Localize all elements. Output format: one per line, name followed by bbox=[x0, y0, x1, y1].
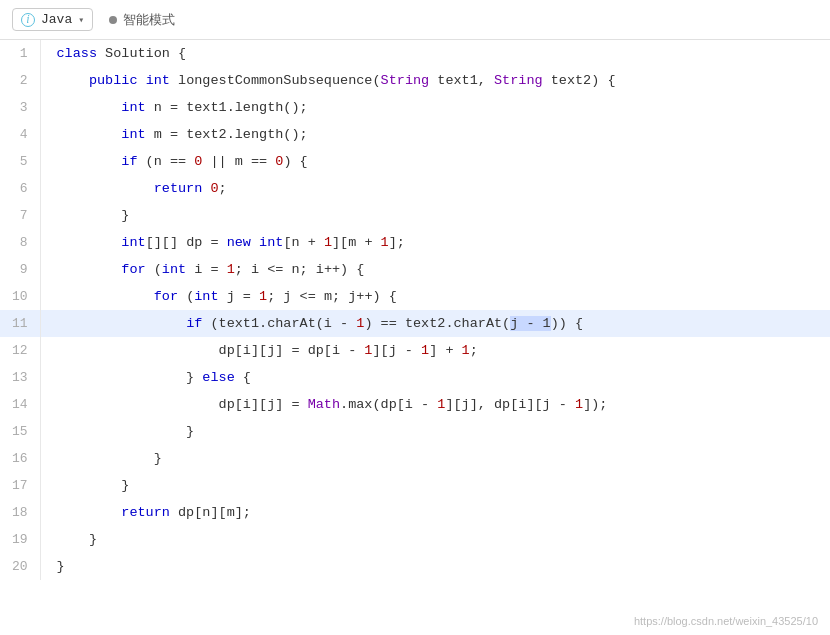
code-content[interactable]: return 0; bbox=[40, 175, 830, 202]
line-number: 3 bbox=[0, 94, 40, 121]
line-number: 18 bbox=[0, 499, 40, 526]
code-content[interactable]: } else { bbox=[40, 364, 830, 391]
table-row: 17 } bbox=[0, 472, 830, 499]
table-row: 15 } bbox=[0, 418, 830, 445]
code-content[interactable]: dp[i][j] = dp[i - 1][j - 1] + 1; bbox=[40, 337, 830, 364]
line-number: 7 bbox=[0, 202, 40, 229]
code-content[interactable]: dp[i][j] = Math.max(dp[i - 1][j], dp[i][… bbox=[40, 391, 830, 418]
table-row: 12 dp[i][j] = dp[i - 1][j - 1] + 1; bbox=[0, 337, 830, 364]
code-table: 1 class Solution { 2 public int longestC… bbox=[0, 40, 830, 580]
line-number: 10 bbox=[0, 283, 40, 310]
top-bar: i Java ▾ 智能模式 bbox=[0, 0, 830, 40]
code-content[interactable]: } bbox=[40, 445, 830, 472]
table-row: 7 } bbox=[0, 202, 830, 229]
line-number: 9 bbox=[0, 256, 40, 283]
line-number: 16 bbox=[0, 445, 40, 472]
table-row: 6 return 0; bbox=[0, 175, 830, 202]
code-content[interactable]: } bbox=[40, 472, 830, 499]
mode-text: 智能模式 bbox=[123, 11, 175, 29]
code-content[interactable]: int n = text1.length(); bbox=[40, 94, 830, 121]
info-icon: i bbox=[21, 13, 35, 27]
line-number: 4 bbox=[0, 121, 40, 148]
code-content[interactable]: for (int i = 1; i <= n; i++) { bbox=[40, 256, 830, 283]
line-number: 5 bbox=[0, 148, 40, 175]
table-row: 8 int[][] dp = new int[n + 1][m + 1]; bbox=[0, 229, 830, 256]
code-content[interactable]: for (int j = 1; j <= m; j++) { bbox=[40, 283, 830, 310]
line-number: 20 bbox=[0, 553, 40, 580]
line-number: 2 bbox=[0, 67, 40, 94]
code-content[interactable]: } bbox=[40, 553, 830, 580]
code-content[interactable]: if (text1.charAt(i - 1) == text2.charAt(… bbox=[40, 310, 830, 337]
table-row: 19 } bbox=[0, 526, 830, 553]
language-label: Java bbox=[41, 12, 72, 27]
code-content[interactable]: } bbox=[40, 202, 830, 229]
chevron-down-icon: ▾ bbox=[78, 14, 84, 26]
code-content[interactable]: } bbox=[40, 526, 830, 553]
table-row: 5 if (n == 0 || m == 0) { bbox=[0, 148, 830, 175]
code-content[interactable]: class Solution { bbox=[40, 40, 830, 67]
table-row: 2 public int longestCommonSubsequence(St… bbox=[0, 67, 830, 94]
table-row: 4 int m = text2.length(); bbox=[0, 121, 830, 148]
mode-dot-icon bbox=[109, 16, 117, 24]
code-content[interactable]: return dp[n][m]; bbox=[40, 499, 830, 526]
table-row: 1 class Solution { bbox=[0, 40, 830, 67]
table-row: 9 for (int i = 1; i <= n; i++) { bbox=[0, 256, 830, 283]
language-selector[interactable]: i Java ▾ bbox=[12, 8, 93, 31]
line-number: 1 bbox=[0, 40, 40, 67]
code-content[interactable]: public int longestCommonSubsequence(Stri… bbox=[40, 67, 830, 94]
code-content[interactable]: } bbox=[40, 418, 830, 445]
code-content[interactable]: int[][] dp = new int[n + 1][m + 1]; bbox=[40, 229, 830, 256]
table-row: 18 return dp[n][m]; bbox=[0, 499, 830, 526]
table-row: 10 for (int j = 1; j <= m; j++) { bbox=[0, 283, 830, 310]
line-number: 11 bbox=[0, 310, 40, 337]
code-content[interactable]: int m = text2.length(); bbox=[40, 121, 830, 148]
code-content[interactable]: if (n == 0 || m == 0) { bbox=[40, 148, 830, 175]
line-number: 8 bbox=[0, 229, 40, 256]
table-row: 20 } bbox=[0, 553, 830, 580]
line-number: 14 bbox=[0, 391, 40, 418]
table-row: 11 if (text1.charAt(i - 1) == text2.char… bbox=[0, 310, 830, 337]
line-number: 6 bbox=[0, 175, 40, 202]
table-row: 14 dp[i][j] = Math.max(dp[i - 1][j], dp[… bbox=[0, 391, 830, 418]
line-number: 15 bbox=[0, 418, 40, 445]
mode-label: 智能模式 bbox=[109, 11, 175, 29]
table-row: 3 int n = text1.length(); bbox=[0, 94, 830, 121]
table-row: 13 } else { bbox=[0, 364, 830, 391]
line-number: 19 bbox=[0, 526, 40, 553]
line-number: 12 bbox=[0, 337, 40, 364]
watermark: https://blog.csdn.net/weixin_43525/10 bbox=[634, 615, 818, 627]
line-number: 17 bbox=[0, 472, 40, 499]
code-editor: 1 class Solution { 2 public int longestC… bbox=[0, 40, 830, 635]
table-row: 16 } bbox=[0, 445, 830, 472]
line-number: 13 bbox=[0, 364, 40, 391]
